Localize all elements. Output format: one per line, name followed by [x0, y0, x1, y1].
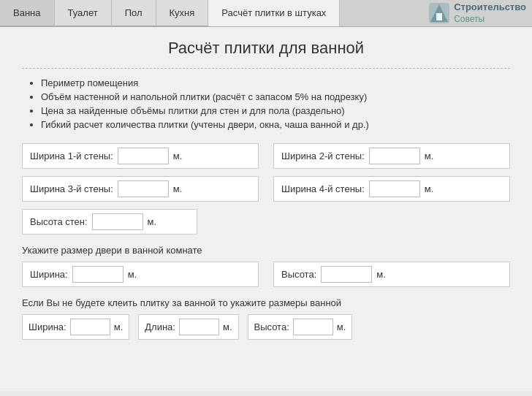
wall1-label: Ширина 1-й стены: [30, 151, 113, 161]
wall-fields-section: Ширина 1-й стены: м. Ширина 2-й стены: м… [22, 143, 510, 235]
bathtub-width-input[interactable] [70, 319, 110, 335]
door-height-label: Высота: [281, 269, 316, 280]
logo-icon [428, 1, 451, 25]
divider [22, 68, 510, 69]
tab-bar: Ванна Туалет Пол Кухня Расчёт плитки в ш… [0, 0, 532, 27]
door-width-input[interactable] [72, 266, 123, 283]
bathtub-length-group: Длина: м. [138, 314, 238, 340]
svg-rect-2 [436, 13, 442, 20]
height-row: Высота стен: м. [22, 209, 510, 235]
tab-pol[interactable]: Пол [112, 0, 156, 26]
wall2-unit: м. [425, 151, 434, 161]
height-label: Высота стен: [30, 216, 88, 227]
door-row: Ширина: м. Высота: м. [22, 262, 510, 287]
tab-tualet[interactable]: Туалет [55, 0, 112, 26]
wall1-unit: м. [173, 151, 183, 161]
wall3-input[interactable] [118, 180, 169, 197]
door-section-header: Укажите размер двери в ванной комнате [22, 245, 510, 256]
height-group: Высота стен: м. [22, 209, 197, 235]
bathtub-width-label: Ширина: [28, 321, 66, 332]
wall4-unit: м. [425, 183, 434, 194]
wall-row-2: Ширина 3-й стены: м. Ширина 4-й стены: м… [22, 176, 510, 202]
bathtub-width-group: Ширина: м. [22, 314, 129, 340]
height-unit: м. [148, 216, 157, 227]
wall1-input[interactable] [118, 148, 169, 164]
logo-area: Строительство Советы [428, 0, 532, 26]
feature-item: Цена за найденные объёмы плитки для стен… [41, 105, 510, 116]
feature-item: Объём настенной и напольной плитки (расч… [41, 91, 510, 102]
bathtub-length-input[interactable] [179, 319, 219, 335]
wall1-group: Ширина 1-й стены: м. [22, 143, 259, 169]
tab-raschet[interactable]: Расчёт плитки в штуках [208, 0, 340, 26]
bathtub-length-unit: м. [223, 321, 232, 332]
tab-kuhnya[interactable]: Кухня [156, 0, 209, 26]
bathtub-height-unit: м. [337, 321, 346, 332]
door-height-input[interactable] [321, 266, 372, 283]
main-content: Расчёт плитки для ванной Периметр помеще… [0, 27, 532, 391]
bathtub-section-header: Если Вы не будете клеить плитку за ванно… [22, 297, 510, 308]
tab-vanna[interactable]: Ванна [0, 0, 55, 26]
door-section: Укажите размер двери в ванной комнате Ши… [22, 245, 510, 287]
door-width-label: Ширина: [30, 269, 68, 280]
door-width-unit: м. [128, 269, 137, 280]
bathtub-section: Если Вы не будете клеить плитку за ванно… [22, 297, 510, 340]
bathtub-height-group: Высота: м. [248, 314, 353, 340]
wall-row-1: Ширина 1-й стены: м. Ширина 2-й стены: м… [22, 143, 510, 169]
wall3-group: Ширина 3-й стены: м. [22, 176, 259, 202]
bathtub-row: Ширина: м. Длина: м. Высота: м. [22, 314, 510, 340]
bathtub-length-label: Длина: [145, 321, 175, 332]
feature-item: Гибкий расчет количества плитки (учтены … [41, 119, 510, 130]
door-height-unit: м. [376, 269, 386, 280]
wall4-input[interactable] [369, 180, 420, 197]
wall3-unit: м. [173, 183, 183, 194]
wall3-label: Ширина 3-й стены: [30, 183, 113, 194]
height-input[interactable] [92, 213, 143, 230]
page-title: Расчёт плитки для ванной [22, 39, 510, 58]
bathtub-height-label: Высота: [254, 321, 289, 332]
bathtub-height-input[interactable] [293, 319, 333, 335]
features-list: Периметр помещения Объём настенной и нап… [22, 77, 510, 130]
wall2-input[interactable] [369, 148, 420, 164]
wall2-group: Ширина 2-й стены: м. [273, 143, 510, 169]
bathtub-width-unit: м. [114, 321, 123, 332]
wall4-label: Ширина 4-й стены: [281, 183, 365, 194]
door-height-group: Высота: м. [273, 262, 510, 287]
feature-item: Периметр помещения [41, 77, 510, 88]
logo-text: Строительство Советы [454, 1, 526, 25]
door-width-group: Ширина: м. [22, 262, 259, 287]
wall4-group: Ширина 4-й стены: м. [273, 176, 510, 202]
wall2-label: Ширина 2-й стены: [281, 151, 365, 161]
